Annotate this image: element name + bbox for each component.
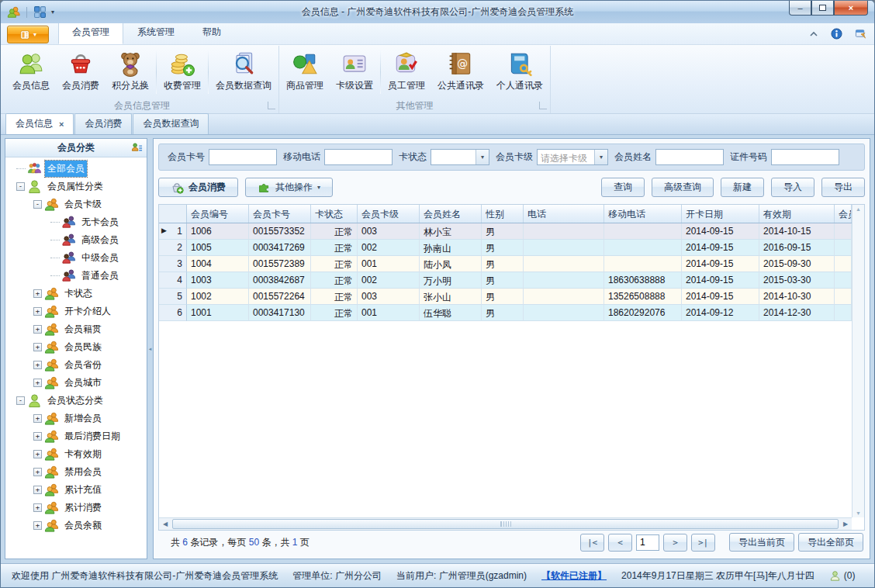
- ribbon-item-收费管理[interactable]: 收费管理: [157, 46, 207, 99]
- restore-button[interactable]: [811, 1, 834, 16]
- tree-item-会员民族[interactable]: +会员民族: [5, 338, 147, 356]
- filter-input-会员姓名[interactable]: [655, 149, 724, 165]
- combo-dropdown-icon[interactable]: ▾: [594, 150, 607, 164]
- tree-item-会员卡级[interactable]: -会员卡级: [5, 195, 147, 213]
- tree-item-会员属性分类[interactable]: -会员属性分类: [5, 178, 147, 195]
- pager-button-|<[interactable]: |<: [580, 534, 604, 552]
- tree-item-累计消费[interactable]: +累计消费: [5, 499, 147, 517]
- tree-item-卡状态[interactable]: +卡状态: [5, 285, 147, 303]
- collapse-ribbon-icon[interactable]: [809, 31, 818, 37]
- column-header-有效期[interactable]: 有效期: [759, 205, 835, 223]
- ribbon-item-会员数据查询[interactable]: 会员数据查询: [209, 46, 278, 99]
- scroll-up-icon[interactable]: ▲: [856, 206, 861, 212]
- tree-expander-collapse[interactable]: -: [16, 396, 25, 405]
- tree-expander-expand[interactable]: +: [33, 503, 42, 512]
- column-header-会员卡级[interactable]: 会员卡级: [358, 205, 420, 223]
- tree-item-中级会员[interactable]: 中级会员: [5, 249, 147, 267]
- tree-item-会员余额[interactable]: +会员余额: [5, 517, 147, 534]
- tree-item-全部会员[interactable]: 全部会员: [5, 160, 147, 178]
- ribbon-item-员工管理[interactable]: 员工管理: [382, 46, 431, 99]
- tree-expander-expand[interactable]: +: [33, 307, 42, 316]
- application-menu-button[interactable]: ▾: [7, 26, 49, 43]
- ribbon-item-积分兑换[interactable]: 积分兑换: [105, 46, 155, 99]
- tree-item-新增会员[interactable]: +新增会员: [5, 410, 147, 427]
- ribbon-item-会员消费[interactable]: 会员消费: [56, 46, 105, 99]
- tree-expander-expand[interactable]: +: [33, 468, 42, 476]
- tree-item-会员省份[interactable]: +会员省份: [5, 356, 147, 374]
- toolbar-button-其他操作[interactable]: 其他操作▾: [245, 178, 333, 197]
- tree-item-卡有效期[interactable]: +卡有效期: [5, 445, 147, 463]
- action-button-查询[interactable]: 查询: [601, 178, 645, 197]
- action-button-新建[interactable]: 新建: [721, 178, 764, 197]
- table-row[interactable]: 410030003842687正常002万小明男186306388882014-…: [159, 272, 852, 289]
- column-header-会员编号[interactable]: 会员编号: [187, 205, 249, 223]
- filter-combo-会员卡级[interactable]: 请选择卡级▾: [537, 149, 608, 165]
- ribbon-item-公共通讯录[interactable]: @公共通讯录: [431, 46, 490, 99]
- tree-expander-expand[interactable]: +: [33, 289, 42, 298]
- column-header-开卡日期[interactable]: 开卡日期: [682, 205, 759, 223]
- pager-button->|[interactable]: >|: [691, 534, 715, 552]
- tree-expander-expand[interactable]: +: [33, 361, 42, 369]
- vertical-scrollbar[interactable]: ▲ ▼: [852, 205, 864, 517]
- column-header-性别[interactable]: 性别: [482, 205, 524, 223]
- tree-expander-expand[interactable]: +: [33, 343, 42, 351]
- column-header-电话[interactable]: 电话: [524, 205, 604, 223]
- pager-button-<[interactable]: <: [608, 534, 632, 552]
- qat-dropdown-icon[interactable]: ▾: [51, 9, 54, 16]
- table-row[interactable]: 310040015572389正常001陆小凤男2014-09-152015-0…: [159, 256, 852, 272]
- tree-expander-expand[interactable]: +: [33, 414, 42, 423]
- pager-button->[interactable]: >: [663, 534, 687, 552]
- table-row[interactable]: 210050003417269正常002孙南山男2014-09-152016-0…: [159, 240, 852, 256]
- combo-dropdown-icon[interactable]: ▾: [476, 150, 489, 164]
- tree-expander-expand[interactable]: +: [33, 325, 42, 334]
- column-header-会员[interactable]: 会员: [835, 205, 852, 223]
- scroll-right-icon[interactable]: ▶: [839, 518, 852, 530]
- doc-tab-会员消费[interactable]: 会员消费: [74, 113, 132, 134]
- column-header-移动电话[interactable]: 移动电话: [604, 205, 682, 223]
- action-button-高级查询[interactable]: 高级查询: [652, 178, 714, 197]
- doc-tab-close-icon[interactable]: ×: [59, 119, 64, 129]
- column-header-会员姓名[interactable]: 会员姓名: [420, 205, 482, 223]
- tree-item-累计充值[interactable]: +累计充值: [5, 481, 147, 499]
- table-row[interactable]: 610010003417130正常001伍华聪男186202920762014-…: [159, 305, 852, 321]
- export-current-page-button[interactable]: 导出当前页: [729, 533, 794, 552]
- info-icon[interactable]: [831, 28, 842, 40]
- filter-combo-卡状态[interactable]: ▾: [431, 149, 489, 165]
- tree-item-无卡会员[interactable]: 无卡会员: [5, 213, 147, 231]
- table-row[interactable]: 510020015572264正常003张小山男135265088882014-…: [159, 289, 852, 305]
- filter-input-移动电话[interactable]: [324, 149, 393, 165]
- column-header-会员卡号[interactable]: 会员卡号: [249, 205, 311, 223]
- close-button[interactable]: ×: [834, 1, 868, 16]
- doc-tab-会员数据查询[interactable]: 会员数据查询: [133, 113, 209, 134]
- horizontal-scrollbar[interactable]: ◀ ▶: [159, 517, 852, 530]
- column-header-卡状态[interactable]: 卡状态: [311, 205, 358, 223]
- feedback-icon[interactable]: [855, 28, 866, 40]
- ribbon-item-商品管理[interactable]: 商品管理: [280, 46, 330, 99]
- tree-expander-expand[interactable]: +: [33, 486, 42, 494]
- ribbon-tab-会员管理[interactable]: 会员管理: [58, 21, 123, 44]
- ribbon-item-会员信息[interactable]: 会员信息: [6, 46, 56, 99]
- tree-expander-expand[interactable]: +: [33, 450, 42, 458]
- ribbon-item-个人通讯录[interactable]: 个人通讯录: [490, 46, 549, 99]
- sidebar-splitter[interactable]: ◂: [147, 138, 153, 559]
- tree-expander-expand[interactable]: +: [33, 432, 42, 441]
- tree-item-开卡介绍人[interactable]: +开卡介绍人: [5, 303, 147, 320]
- table-row[interactable]: 1▶10060015573352正常003林小宝男2014-09-152014-…: [159, 223, 852, 240]
- toolbar-button-会员消费[interactable]: 会员消费: [158, 178, 238, 197]
- filter-input-证件号码[interactable]: [771, 149, 839, 165]
- action-button-导出[interactable]: 导出: [821, 178, 865, 197]
- tree-item-普通会员[interactable]: 普通会员: [5, 267, 147, 285]
- tree-expander-expand[interactable]: +: [33, 379, 42, 387]
- ribbon-item-卡级设置[interactable]: 卡级设置: [330, 46, 379, 99]
- splitter-collapse-icon[interactable]: ◂: [149, 346, 152, 352]
- horizontal-scrollbar-thumb[interactable]: [172, 519, 839, 529]
- ribbon-tab-帮助[interactable]: 帮助: [188, 21, 235, 44]
- page-number-input[interactable]: [636, 534, 659, 551]
- doc-tab-会员信息[interactable]: 会员信息×: [5, 113, 74, 134]
- scroll-down-icon[interactable]: ▼: [856, 510, 861, 516]
- ribbon-tab-系统管理[interactable]: 系统管理: [123, 21, 188, 44]
- software-registered-link[interactable]: 【软件已注册】: [541, 569, 607, 583]
- category-settings-icon[interactable]: [131, 142, 143, 154]
- tree-item-会员状态分类[interactable]: -会员状态分类: [5, 392, 147, 410]
- minimize-button[interactable]: –: [789, 1, 811, 16]
